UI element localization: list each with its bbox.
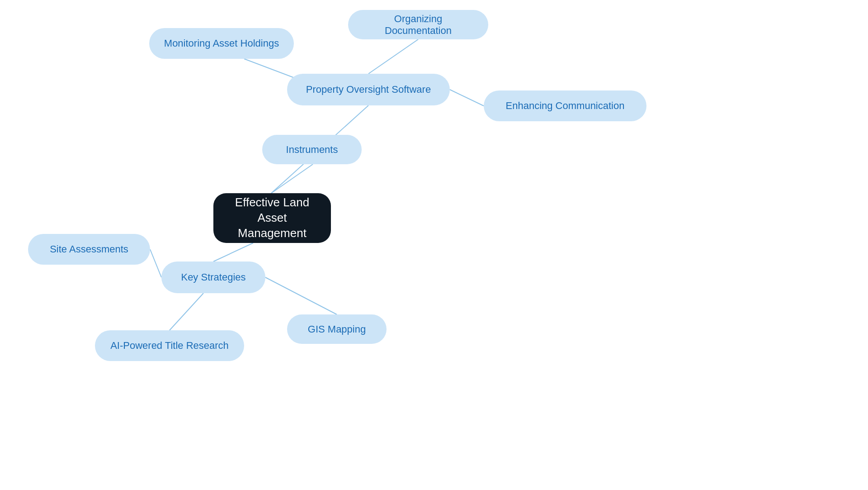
instruments-node: Instruments (262, 135, 362, 164)
svg-line-5 (213, 243, 253, 262)
svg-line-6 (150, 249, 161, 277)
property-node: Property Oversight Software (287, 74, 450, 105)
svg-line-2 (368, 39, 418, 74)
svg-line-3 (450, 90, 484, 106)
site-assessments-node: Site Assessments (28, 234, 150, 265)
monitoring-node: Monitoring Asset Holdings (149, 28, 294, 59)
svg-line-7 (265, 277, 337, 314)
organizing-node: Organizing Documentation (348, 10, 488, 39)
svg-line-4 (271, 164, 313, 193)
enhancing-node: Enhancing Communication (484, 90, 646, 121)
center-node: Effective Land Asset Management (213, 193, 331, 243)
ai-title-research-node: AI-Powered Title Research (95, 330, 244, 361)
svg-line-8 (170, 293, 203, 330)
gis-mapping-node: GIS Mapping (287, 314, 387, 344)
key-strategies-node: Key Strategies (161, 262, 265, 293)
